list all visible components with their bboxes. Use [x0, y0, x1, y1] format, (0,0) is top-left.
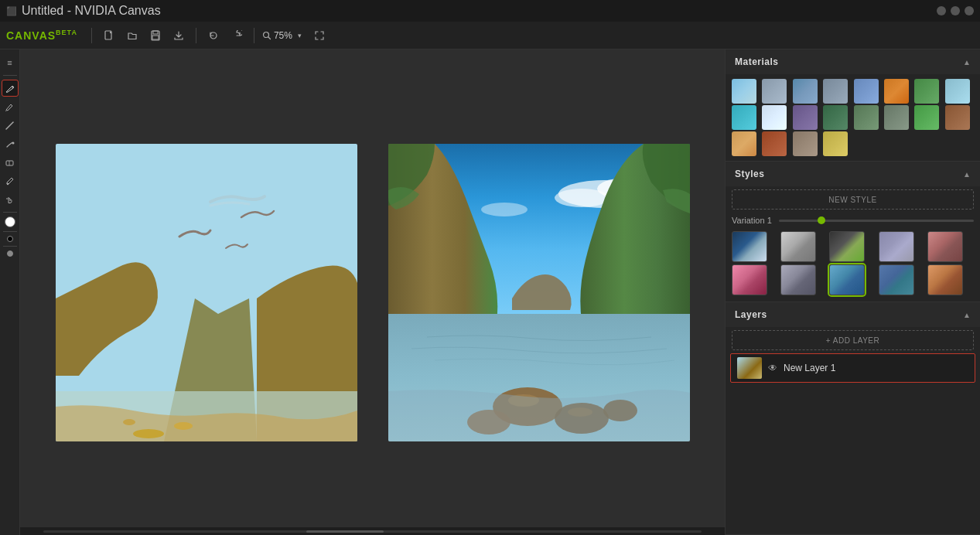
- style-item-s5[interactable]: [927, 231, 963, 262]
- layers-collapse-icon: ▲: [963, 311, 971, 319]
- foreground-color-swatch[interactable]: [5, 216, 15, 227]
- right-canvas[interactable]: [388, 144, 690, 441]
- style-item-s10[interactable]: [927, 264, 963, 295]
- material-item-m9[interactable]: [732, 105, 756, 130]
- material-item-m3[interactable]: [793, 79, 818, 104]
- material-item-m1[interactable]: [732, 79, 756, 104]
- materials-collapse-icon: ▲: [963, 58, 971, 66]
- export-button[interactable]: [169, 26, 188, 45]
- material-item-m2[interactable]: [762, 79, 787, 104]
- material-item-m10[interactable]: [762, 105, 787, 130]
- styles-section: Styles ▲ NEW STYLE Variation 1: [726, 162, 980, 302]
- titlebar: ⬛ Untitled - NVIDIA Canvas: [0, 0, 980, 22]
- svg-line-6: [6, 122, 13, 129]
- undo-button[interactable]: [204, 26, 223, 45]
- save-file-button[interactable]: [146, 26, 165, 45]
- materials-section: Materials ▲: [726, 49, 980, 162]
- style-item-s3[interactable]: [829, 231, 865, 262]
- add-layer-button[interactable]: + ADD LAYER: [732, 330, 974, 350]
- main-layout: ≡: [0, 49, 980, 535]
- tool-separator-2: [3, 212, 17, 213]
- materials-grid: [726, 74, 980, 161]
- layer-item-l1[interactable]: 👁New Layer 1: [730, 353, 975, 383]
- tool-separator-4: [3, 246, 17, 247]
- tool-hand-button[interactable]: [2, 191, 19, 208]
- variation-slider-thumb[interactable]: [818, 216, 825, 224]
- layers-section: Layers ▲ + ADD LAYER 👁New Layer 1: [726, 302, 980, 535]
- style-item-s8[interactable]: [829, 264, 865, 295]
- fit-view-button[interactable]: [310, 26, 329, 45]
- titlebar-left: ⬛ Untitled - NVIDIA Canvas: [6, 4, 161, 18]
- tool-hamburger-button[interactable]: ≡: [2, 54, 19, 71]
- material-item-m16[interactable]: [945, 105, 970, 130]
- tool-line-button[interactable]: [2, 117, 19, 134]
- left-canvas[interactable]: [56, 144, 357, 441]
- new-file-button[interactable]: [100, 26, 118, 45]
- toolbar-separator-1: [91, 28, 92, 43]
- style-item-s6[interactable]: [732, 264, 767, 295]
- painting-svg: [56, 144, 357, 441]
- scrollbar-thumb[interactable]: [306, 530, 384, 533]
- material-item-m18[interactable]: [762, 131, 787, 156]
- layers-list: 👁New Layer 1: [726, 353, 980, 383]
- open-file-button[interactable]: [123, 26, 142, 45]
- material-item-m20[interactable]: [823, 131, 848, 156]
- layer-visibility-icon[interactable]: 👁: [768, 363, 777, 373]
- style-item-s7[interactable]: [780, 264, 816, 295]
- material-item-m11[interactable]: [793, 105, 818, 130]
- styles-title: Styles: [735, 169, 764, 179]
- color-dot-2[interactable]: [7, 250, 13, 257]
- material-item-m8[interactable]: [945, 79, 970, 104]
- materials-header[interactable]: Materials ▲: [726, 49, 980, 74]
- scrollbar-track: [43, 530, 702, 533]
- redo-button[interactable]: [227, 26, 246, 45]
- tool-separator-3: [3, 231, 17, 232]
- zoom-dropdown-button[interactable]: ▾: [295, 30, 306, 41]
- variation-row: Variation 1: [726, 213, 980, 228]
- material-item-m5[interactable]: [854, 79, 879, 104]
- style-item-s1[interactable]: [732, 231, 767, 262]
- toolbar-separator-2: [196, 28, 196, 43]
- photo-svg: [388, 144, 690, 441]
- search-icon: [262, 31, 271, 40]
- close-button[interactable]: [965, 6, 974, 15]
- svg-rect-20: [56, 144, 357, 441]
- tool-eyedropper-button[interactable]: [2, 172, 19, 189]
- tool-smudge-button[interactable]: [2, 135, 19, 152]
- layer-name: New Layer 1: [784, 363, 968, 373]
- tool-brush-button[interactable]: [2, 80, 19, 97]
- material-item-m7[interactable]: [914, 79, 939, 104]
- material-item-m17[interactable]: [732, 131, 756, 156]
- materials-title: Materials: [735, 56, 779, 67]
- color-dot-1[interactable]: [7, 236, 13, 242]
- tool-separator-1: [3, 75, 17, 76]
- maximize-button[interactable]: [951, 6, 960, 15]
- styles-header[interactable]: Styles ▲: [726, 162, 980, 186]
- layers-header[interactable]: Layers ▲: [726, 302, 980, 327]
- tool-eraser-button[interactable]: [2, 154, 19, 171]
- toolbar-separator-3: [254, 28, 254, 43]
- material-item-m13[interactable]: [854, 105, 879, 130]
- layers-title: Layers: [735, 309, 767, 320]
- style-item-s4[interactable]: [879, 231, 914, 262]
- tool-paint-button[interactable]: [2, 98, 19, 115]
- svg-point-4: [263, 32, 268, 37]
- styles-collapse-icon: ▲: [963, 170, 971, 179]
- material-item-m6[interactable]: [884, 79, 909, 104]
- material-item-m4[interactable]: [823, 79, 848, 104]
- svg-rect-8: [6, 161, 13, 165]
- new-style-button[interactable]: NEW STYLE: [732, 189, 974, 210]
- material-item-m12[interactable]: [823, 105, 848, 130]
- style-item-s9[interactable]: [879, 264, 914, 295]
- style-item-s2[interactable]: [780, 231, 816, 262]
- titlebar-controls[interactable]: [937, 6, 974, 15]
- brand-logo: CANVASBETA: [6, 29, 77, 42]
- material-item-m19[interactable]: [793, 131, 818, 156]
- variation-slider[interactable]: [779, 220, 974, 222]
- material-item-m14[interactable]: [884, 105, 909, 130]
- minimize-button[interactable]: [937, 6, 946, 15]
- material-item-m15[interactable]: [914, 105, 939, 130]
- zoom-controls: 75% ▾: [262, 30, 306, 41]
- svg-point-25: [481, 203, 528, 216]
- horizontal-scrollbar[interactable]: [20, 527, 725, 535]
